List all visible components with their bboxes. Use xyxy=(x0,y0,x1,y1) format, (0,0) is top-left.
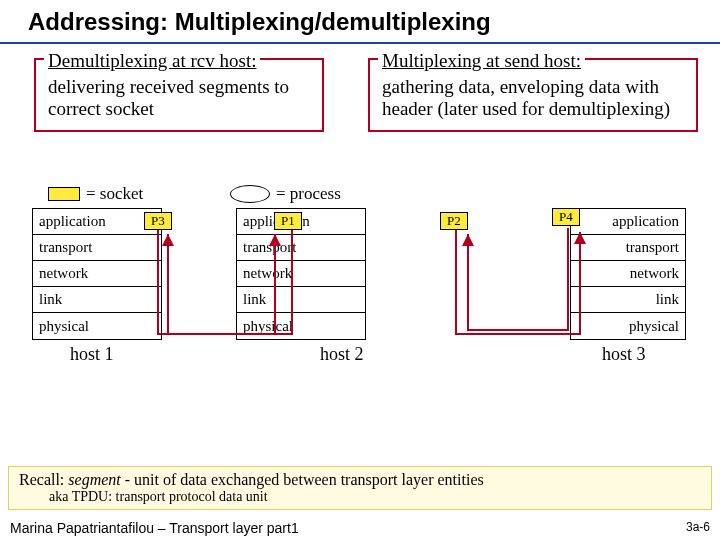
host2-label: host 2 xyxy=(320,344,364,365)
host2-network: network xyxy=(237,261,365,287)
recall-pre: Recall: xyxy=(19,471,68,488)
legend-socket: = socket xyxy=(48,184,143,204)
host1-physical: physical xyxy=(33,313,161,339)
host3-stack: application transport network link physi… xyxy=(570,208,686,340)
host3-application: application xyxy=(571,209,685,235)
recall-line2: aka TPDU: transport protocol data unit xyxy=(19,489,701,505)
host2-transport: transport xyxy=(237,235,365,261)
legend-socket-label: = socket xyxy=(86,184,143,204)
host3-physical: physical xyxy=(571,313,685,339)
socket-swatch-icon xyxy=(48,187,80,201)
socket-p3: P3 xyxy=(144,212,172,230)
host2-link: link xyxy=(237,287,365,313)
recall-post: - unit of data exchanged between transpo… xyxy=(121,471,484,488)
host3-link: link xyxy=(571,287,685,313)
process-oval-icon xyxy=(230,185,270,203)
recall-line1: Recall: segment - unit of data exchanged… xyxy=(19,471,701,489)
host1-network: network xyxy=(33,261,161,287)
host3-network: network xyxy=(571,261,685,287)
page-title: Addressing: Multiplexing/demultiplexing xyxy=(0,0,720,44)
legend-process-label: = process xyxy=(276,184,341,204)
hosts-diagram: = socket = process P3 P1 P2 P4 applicati… xyxy=(0,184,720,449)
host1-label: host 1 xyxy=(70,344,114,365)
footer-text: Marina Papatriantafilou – Transport laye… xyxy=(10,520,299,536)
recall-note: Recall: segment - unit of data exchanged… xyxy=(8,466,712,510)
legend-process: = process xyxy=(230,184,341,204)
host1-application: application xyxy=(33,209,161,235)
host3-transport: transport xyxy=(571,235,685,261)
socket-p4: P4 xyxy=(552,208,580,226)
demux-body: delivering received segments to correct … xyxy=(48,76,310,120)
demux-heading: Demultiplexing at rcv host: xyxy=(44,50,260,72)
host2-physical: physical xyxy=(237,313,365,339)
recall-ital: segment xyxy=(68,471,120,488)
definition-boxes: Demultiplexing at rcv host: delivering r… xyxy=(0,58,720,178)
demux-box: Demultiplexing at rcv host: delivering r… xyxy=(34,58,324,132)
host1-link: link xyxy=(33,287,161,313)
socket-p1: P1 xyxy=(274,212,302,230)
page-number: 3a-6 xyxy=(686,520,710,534)
mux-body: gathering data, enveloping data with hea… xyxy=(382,76,684,120)
host1-stack: application transport network link physi… xyxy=(32,208,162,340)
host3-label: host 3 xyxy=(602,344,646,365)
mux-box: Multiplexing at send host: gathering dat… xyxy=(368,58,698,132)
socket-p2: P2 xyxy=(440,212,468,230)
host1-transport: transport xyxy=(33,235,161,261)
mux-heading: Multiplexing at send host: xyxy=(378,50,585,72)
